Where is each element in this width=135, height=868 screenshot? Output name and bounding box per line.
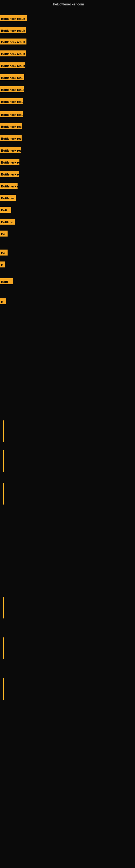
bottleneck-bar-12: Bottleneck re	[0, 159, 19, 165]
bottleneck-bar-10: Bottleneck resu	[0, 135, 21, 141]
bottleneck-bar-19: Bo	[0, 250, 8, 255]
bottleneck-bar-1: Bottleneck result	[0, 27, 26, 33]
bottleneck-bar-22: B	[0, 299, 6, 304]
bottleneck-bar-4: Bottleneck result	[0, 62, 26, 68]
chart-vline-2	[3, 483, 4, 504]
bottleneck-bar-7: Bottleneck result	[0, 98, 23, 104]
bottleneck-bar-15: Bottlenec	[0, 195, 16, 201]
bottleneck-bar-18: Bo	[0, 230, 8, 237]
bottleneck-bar-3: Bottleneck result	[0, 51, 26, 56]
bottleneck-bar-9: Bottleneck resu	[0, 123, 22, 129]
bottleneck-bar-17: Bottlene	[0, 219, 15, 225]
bottleneck-bar-6: Bottleneck result	[0, 86, 24, 92]
bottleneck-bar-21: Bottl	[0, 278, 13, 284]
bottleneck-bar-11: Bottleneck resu	[0, 147, 21, 153]
bottleneck-bar-20: B	[0, 261, 5, 268]
chart-vline-0	[3, 421, 4, 442]
chart-vline-1	[3, 450, 4, 472]
bottleneck-bar-0: Bottleneck result	[0, 15, 27, 21]
bottleneck-bar-2: Bottleneck result	[0, 38, 27, 44]
bottleneck-bar-14: Bottleneck re	[0, 183, 17, 189]
bottleneck-bar-16: Bott	[0, 207, 11, 213]
bottleneck-bar-13: Bottleneck res	[0, 171, 19, 177]
chart-vline-5	[3, 678, 4, 700]
bottleneck-bar-8: Bottleneck resu	[0, 111, 23, 117]
bottleneck-bar-5: Bottleneck resu	[0, 74, 24, 80]
chart-vline-3	[3, 597, 4, 618]
chart-vline-4	[3, 638, 4, 659]
site-title: TheBottlenecker.com	[51, 2, 84, 6]
